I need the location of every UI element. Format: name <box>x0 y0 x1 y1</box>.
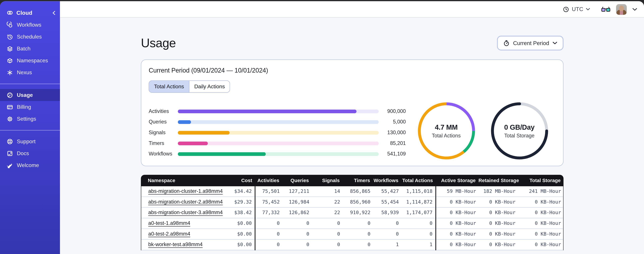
sidebar-item-namespaces[interactable]: Namespaces <box>0 54 60 66</box>
actions-tab-group: Total Actions Daily Actions <box>149 80 230 93</box>
chevron-down-icon[interactable] <box>632 8 638 11</box>
bar-value: 5,000 <box>379 119 406 125</box>
column-header-retained-storage: Retained Storage <box>478 175 518 186</box>
sidebar-item-batch[interactable]: Batch <box>0 43 60 54</box>
namespace-link[interactable]: a0-test-1.a98mm4 <box>148 220 190 226</box>
sidebar-item-schedules[interactable]: Schedules <box>0 31 60 43</box>
column-header-total-actions: Total Actions <box>401 175 436 186</box>
sidebar-item-label: Docs <box>17 150 29 156</box>
cost-cell: $0.00 <box>230 229 256 240</box>
column-header-cost: Cost <box>230 175 255 186</box>
avatar[interactable] <box>616 4 627 14</box>
retained-storage-cell: 0 KB-Hour <box>479 240 518 250</box>
sidebar-item-usage[interactable]: Usage <box>0 89 60 101</box>
bar-track <box>178 131 379 134</box>
sidebar-collapse-button[interactable] <box>52 10 56 15</box>
sidebar-item-label: Nexus <box>17 69 32 76</box>
cost-cell: $0.00 <box>230 218 256 229</box>
page-title: Usage <box>141 35 176 51</box>
signals-cell: 0 <box>312 218 343 229</box>
support-buoy-icon <box>6 138 13 144</box>
activities-cell: 75,452 <box>256 197 282 208</box>
sidebar-item-nexus[interactable]: Nexus <box>0 66 60 78</box>
period-select-label: Current Period <box>513 40 549 46</box>
tab-total-actions[interactable]: Total Actions <box>149 81 189 92</box>
total-actions-cell: 0 <box>402 218 436 229</box>
sidebar-item-settings[interactable]: Settings <box>0 113 60 125</box>
table-row: abs-migration-cluster-3.a98mm4 $38.42 77… <box>141 208 563 218</box>
sidebar-item-welcome[interactable]: Welcome <box>0 159 60 171</box>
bar-track <box>178 110 379 113</box>
period-select-button[interactable]: Current Period <box>497 36 563 50</box>
active-storage-cell: 0 KB-Hour <box>436 208 479 218</box>
card-title: Current Period (09/01/2024 — 10/01/2024) <box>149 67 556 74</box>
bar-fill <box>178 110 356 113</box>
queries-cell: 0 <box>282 218 312 229</box>
workflows-cell: 55,427 <box>373 186 402 197</box>
bar-label: Signals <box>149 130 178 136</box>
current-period-card: Current Period (09/01/2024 — 10/01/2024)… <box>141 60 563 166</box>
bar-fill <box>178 152 266 156</box>
bar-row-activities: Activities 900,000 <box>149 106 406 116</box>
total-storage-donut: 0 GB/Day Total Storage <box>490 101 550 161</box>
total-actions-cell: 1,114,872 <box>402 197 436 208</box>
activities-cell: 75,501 <box>256 186 282 197</box>
bar-label: Activities <box>149 108 178 114</box>
column-header-total-storage: Total Storage <box>518 175 564 186</box>
timers-cell: 910,922 <box>343 208 373 218</box>
namespace-link[interactable]: abs-migration-cluster-2.a98mm4 <box>148 199 223 205</box>
total-storage-cell: 0 KB-Hour <box>518 229 564 240</box>
activities-cell: 0 <box>256 240 282 250</box>
timers-cell: 0 <box>343 218 373 229</box>
active-storage-cell: 0 KB-Hour <box>436 197 479 208</box>
total-actions-cell: 1 <box>402 240 436 250</box>
billing-card-icon <box>6 104 13 110</box>
retained-storage-cell: 0 KB-Hour <box>479 208 518 218</box>
signals-cell: 0 <box>312 240 343 250</box>
total-storage-caption: Total Storage <box>504 133 534 138</box>
chevron-down-icon <box>552 42 557 45</box>
column-header-workflows: Workflows <box>373 175 401 186</box>
bar-row-queries: Queries 5,000 <box>149 116 406 127</box>
cost-cell: $29.32 <box>230 197 256 208</box>
page-header: Usage Current Period <box>141 35 563 51</box>
sidebar-item-support[interactable]: Support <box>0 136 60 147</box>
workflows-cell: 0 <box>373 218 402 229</box>
sidebar-item-workflows[interactable]: Workflows <box>0 19 60 31</box>
timers-cell: 0 <box>343 229 373 240</box>
sidebar-item-label: Welcome <box>17 162 39 168</box>
signals-cell: 14 <box>312 186 343 197</box>
namespace-link[interactable]: abs-migration-cluster-3.a98mm4 <box>148 210 223 215</box>
table-row: bk-worker-test.a98mm4 $0.00 0 0 0 0 1 1 … <box>141 240 563 250</box>
table-body: abs-migration-cluster-1.a98mm4 $34.42 75… <box>141 186 563 250</box>
column-header-signals: Signals <box>312 175 342 186</box>
sidebar-brand[interactable]: Cloud <box>0 6 60 19</box>
namespace-link[interactable]: bk-worker-test.a98mm4 <box>148 242 203 248</box>
sidebar-divider <box>0 130 60 130</box>
table-header-row: Namespace Cost Activities Queries Signal… <box>141 175 563 186</box>
queries-cell: 126,862 <box>282 208 312 218</box>
main-area: UTC <box>60 1 644 254</box>
namespace-cell: abs-migration-cluster-2.a98mm4 <box>141 197 230 208</box>
sidebar-item-billing[interactable]: Billing <box>0 101 60 113</box>
bar-value: 541,109 <box>379 151 406 157</box>
total-storage-value: 0 GB/Day <box>504 123 534 132</box>
column-header-namespace: Namespace <box>141 175 230 186</box>
tab-daily-actions[interactable]: Daily Actions <box>189 81 230 92</box>
timers-cell: 856,960 <box>343 197 373 208</box>
bar-fill <box>178 120 191 124</box>
namespace-link[interactable]: a0-test-2.a98mm4 <box>148 231 190 237</box>
temporal-logo-icon <box>6 10 13 16</box>
page-content: Usage Current Period Current Pe <box>60 18 644 254</box>
sidebar-item-label: Namespaces <box>17 58 48 64</box>
timezone-selector[interactable]: UTC <box>563 6 590 12</box>
sidebar-item-docs[interactable]: Docs <box>0 147 60 159</box>
total-actions-value: 4.7 MM <box>435 123 458 132</box>
activities-cell: 0 <box>256 229 282 240</box>
total-storage-cell: 0 KB-Hour <box>518 218 564 229</box>
bar-value: 130,000 <box>379 130 406 136</box>
glasses-icon[interactable] <box>601 6 611 12</box>
sidebar-item-label: Workflows <box>17 22 41 28</box>
namespace-link[interactable]: abs-migration-cluster-1.a98mm4 <box>148 188 223 194</box>
signals-cell: 0 <box>312 229 343 240</box>
